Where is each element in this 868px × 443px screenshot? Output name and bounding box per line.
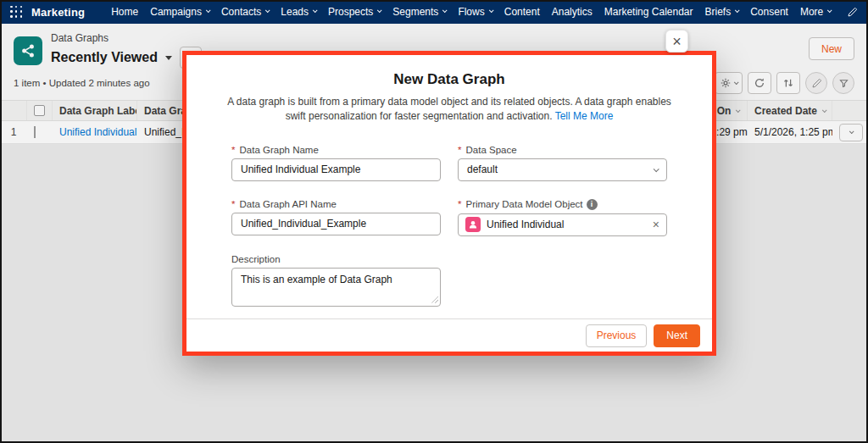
nav-item-home[interactable]: Home: [105, 0, 144, 24]
data-space-select[interactable]: default: [458, 158, 667, 181]
required-asterisk: *: [458, 199, 461, 209]
next-button[interactable]: Next: [654, 324, 700, 347]
nav-item-analytics[interactable]: Analytics: [546, 0, 598, 24]
nav-item-prospects[interactable]: Prospects: [322, 0, 387, 24]
required-asterisk: *: [231, 145, 235, 155]
data-graph-api-name-input[interactable]: [231, 213, 441, 235]
edit-nav-button[interactable]: [847, 7, 858, 18]
info-icon[interactable]: i: [587, 199, 598, 210]
modal-form: *Data Graph Name *Data Space default *Da…: [231, 145, 667, 307]
data-graph-api-name-field: *Data Graph API Name: [231, 199, 441, 236]
nav-item-segments[interactable]: Segments: [387, 0, 452, 24]
chevron-down-icon: [827, 8, 832, 13]
required-asterisk: *: [458, 145, 461, 155]
chevron-down-icon: [313, 8, 318, 13]
modal-footer: Previous Next: [186, 318, 712, 352]
primary-data-model-object-field: *Primary Data Model Objecti Unified Indi…: [458, 199, 667, 236]
nav-item-content[interactable]: Content: [498, 0, 546, 24]
unified-individual-object-icon: [465, 217, 481, 232]
new-data-graph-modal: × New Data Graph A data graph is built f…: [182, 51, 716, 356]
primary-data-model-object-lookup[interactable]: Unified Individual ×: [458, 213, 667, 236]
app-launcher-icon[interactable]: [10, 6, 23, 19]
top-nav: Marketing Home Campaigns Contacts Leads …: [0, 0, 868, 24]
modal-subtitle: A data graph is built from a primary dat…: [219, 95, 681, 125]
nav-items: Home Campaigns Contacts Leads Prospects …: [105, 0, 837, 24]
chevron-down-icon: [442, 8, 448, 13]
close-button[interactable]: ×: [665, 30, 688, 53]
description-textarea[interactable]: This is an example of Data Graph: [231, 268, 441, 307]
remove-selection-icon[interactable]: ×: [653, 219, 659, 230]
app-name: Marketing: [31, 6, 85, 19]
data-space-selected-value: default: [467, 163, 498, 175]
required-asterisk: *: [231, 199, 235, 209]
description-field: Description This is an example of Data G…: [231, 254, 441, 307]
chevron-down-icon: [489, 8, 494, 13]
person-icon: [468, 219, 478, 230]
tell-me-more-link[interactable]: Tell Me More: [555, 110, 614, 122]
nav-item-more[interactable]: More: [794, 0, 837, 24]
nav-item-campaigns[interactable]: Campaigns: [144, 0, 215, 24]
chevron-down-icon: [377, 8, 382, 13]
primary-data-model-object-value: Unified Individual: [487, 219, 564, 230]
chevron-down-icon: [735, 8, 740, 13]
chevron-down-icon: [206, 8, 211, 13]
nav-item-consent[interactable]: Consent: [744, 0, 794, 24]
modal-title: New Data Graph: [186, 71, 712, 88]
nav-item-contacts[interactable]: Contacts: [215, 0, 275, 24]
chevron-down-icon: [265, 8, 270, 13]
nav-item-briefs[interactable]: Briefs: [699, 0, 745, 24]
nav-item-marketing-calendar[interactable]: Marketing Calendar: [598, 0, 699, 24]
chevron-down-icon: [654, 166, 659, 172]
nav-item-leads[interactable]: Leads: [275, 0, 322, 24]
close-icon: ×: [672, 34, 682, 49]
previous-button[interactable]: Previous: [586, 324, 648, 347]
data-graph-name-input[interactable]: [231, 158, 441, 181]
nav-item-flows[interactable]: Flows: [452, 0, 498, 24]
data-space-field: *Data Space default: [458, 145, 667, 181]
data-graph-name-field: *Data Graph Name: [231, 145, 441, 181]
pencil-icon: [847, 7, 858, 18]
